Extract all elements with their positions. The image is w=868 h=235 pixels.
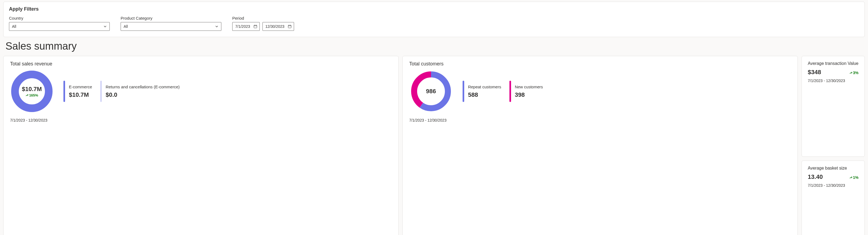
filter-product-category-label: Product Category <box>121 16 221 21</box>
revenue-delta-value: 165% <box>29 93 38 97</box>
filters-row: Country All Product Category All Period <box>9 16 859 31</box>
customers-total: 986 <box>426 88 436 95</box>
filters-title: Apply Filters <box>9 6 859 12</box>
avg-transaction-date: 7/1/2023 - 12/30/2023 <box>808 79 859 83</box>
cards-row: Total sales revenue $10.7M 165% E-commer… <box>0 56 868 235</box>
customers-body: 986 Repeat customers 588 New customers 3… <box>409 69 791 113</box>
avg-basket-row: 13.40 1% <box>808 173 859 180</box>
filter-country-label: Country <box>9 16 110 21</box>
customers-repeat-text: Repeat customers 588 <box>468 85 501 98</box>
country-select-value: All <box>12 24 16 29</box>
customers-repeat-value: 588 <box>468 91 501 98</box>
product-category-select-value: All <box>124 24 128 29</box>
calendar-icon <box>253 25 257 28</box>
revenue-donut: $10.7M 165% <box>10 69 54 113</box>
filter-product-category: Product Category All <box>121 16 221 31</box>
customers-card-title: Total customers <box>409 61 791 67</box>
revenue-ecommerce-label: E-commerce <box>69 85 92 89</box>
avg-transaction-delta: 3% <box>849 70 859 75</box>
avg-basket-delta-value: 1% <box>853 175 859 180</box>
revenue-delta: 165% <box>26 93 38 97</box>
period-row: 7/1/2023 12/30/2023 <box>232 22 294 31</box>
customers-card: Total customers 986 Repeat customers 588 <box>402 56 798 235</box>
avg-transaction-value: $348 <box>808 69 821 76</box>
avg-transaction-card: Average transaction Value $348 3% 7/1/20… <box>802 56 865 157</box>
avg-basket-value: 13.40 <box>808 173 823 180</box>
avg-transaction-delta-value: 3% <box>853 70 859 75</box>
period-end-value: 12/30/2023 <box>266 24 284 29</box>
revenue-ecommerce-block: E-commerce $10.7M <box>63 81 92 102</box>
revenue-total: $10.7M <box>22 86 42 93</box>
product-category-select[interactable]: All <box>121 22 221 31</box>
avg-basket-delta: 1% <box>849 175 859 180</box>
avg-transaction-row: $348 3% <box>808 69 859 76</box>
revenue-ecommerce-text: E-commerce $10.7M <box>69 85 92 98</box>
avg-basket-title: Average basket size <box>808 166 859 171</box>
revenue-card: Total sales revenue $10.7M 165% E-commer… <box>3 56 399 235</box>
customers-donut: 986 <box>409 69 453 113</box>
revenue-returns-label: Returns and cancellations (E-commerce) <box>106 85 180 89</box>
country-select[interactable]: All <box>9 22 110 31</box>
revenue-donut-center: $10.7M 165% <box>10 69 54 113</box>
avg-basket-date: 7/1/2023 - 12/30/2023 <box>808 183 859 187</box>
revenue-date-range: 7/1/2023 - 12/30/2023 <box>10 118 392 122</box>
trend-up-icon <box>849 176 852 179</box>
svg-rect-4 <box>288 25 291 28</box>
filter-country: Country All <box>9 16 110 31</box>
customers-repeat-block: Repeat customers 588 <box>463 81 501 102</box>
indicator-bar-new <box>509 81 511 102</box>
customers-new-value: 398 <box>515 91 543 98</box>
avg-transaction-title: Average transaction Value <box>808 61 859 66</box>
filter-period: Period 7/1/2023 12/30/2023 <box>232 16 294 31</box>
trend-up-icon <box>26 94 28 96</box>
revenue-body: $10.7M 165% E-commerce $10.7M Returns a <box>10 69 392 113</box>
period-start-input[interactable]: 7/1/2023 <box>232 22 260 31</box>
filters-card: Apply Filters Country All Product Catego… <box>3 2 865 37</box>
customers-new-block: New customers 398 <box>509 81 543 102</box>
indicator-bar-ecommerce <box>63 81 65 102</box>
revenue-returns-text: Returns and cancellations (E-commerce) $… <box>106 85 180 98</box>
customers-repeat-label: Repeat customers <box>468 85 501 89</box>
avg-basket-card: Average basket size 13.40 1% 7/1/2023 - … <box>802 160 865 235</box>
trend-up-icon <box>849 71 852 74</box>
revenue-returns-block: Returns and cancellations (E-commerce) $… <box>100 81 180 102</box>
revenue-returns-value: $0.0 <box>106 91 180 98</box>
customers-new-label: New customers <box>515 85 543 89</box>
customers-date-range: 7/1/2023 - 12/30/2023 <box>409 118 791 122</box>
page-title: Sales summary <box>5 40 865 52</box>
period-start-value: 7/1/2023 <box>235 24 250 29</box>
calendar-icon <box>288 25 291 28</box>
period-end-input[interactable]: 12/30/2023 <box>262 22 294 31</box>
customers-donut-center: 986 <box>409 69 453 113</box>
indicator-bar-repeat <box>463 81 464 102</box>
indicator-bar-returns <box>100 81 102 102</box>
chevron-down-icon <box>103 25 107 28</box>
metrics-column: Average transaction Value $348 3% 7/1/20… <box>802 56 865 235</box>
svg-rect-0 <box>254 25 257 28</box>
filter-period-label: Period <box>232 16 294 21</box>
revenue-ecommerce-value: $10.7M <box>69 91 92 98</box>
chevron-down-icon <box>215 25 218 28</box>
revenue-card-title: Total sales revenue <box>10 61 392 67</box>
customers-new-text: New customers 398 <box>515 85 543 98</box>
